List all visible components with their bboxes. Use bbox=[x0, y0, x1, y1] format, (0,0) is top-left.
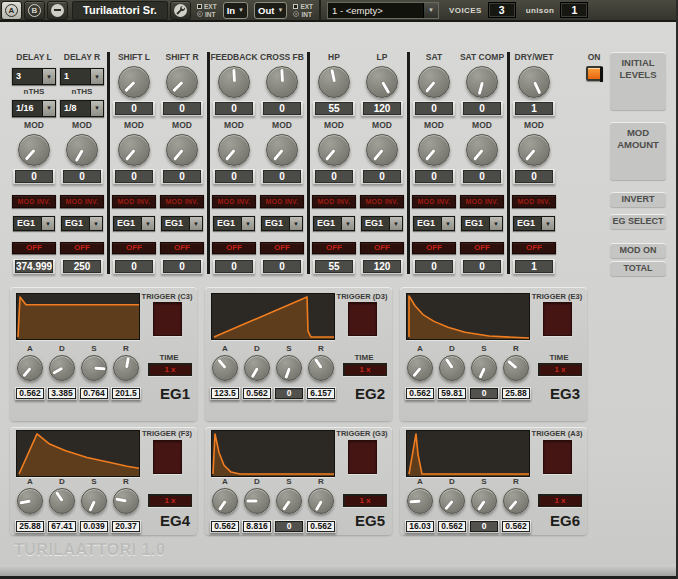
preset-b-button[interactable]: B bbox=[24, 1, 45, 20]
unison-value[interactable]: 1 bbox=[560, 2, 588, 18]
delay-r-mod-on-button[interactable]: OFF bbox=[60, 242, 104, 254]
dry-wet-mod-knob[interactable] bbox=[518, 134, 550, 166]
dry-wet-mod-value[interactable]: 0 bbox=[513, 169, 555, 184]
eg2-sustain-knob[interactable] bbox=[276, 355, 302, 381]
sat-mod-invert-button[interactable]: MOD INV. bbox=[412, 195, 456, 208]
eg2-trigger-pad[interactable] bbox=[348, 302, 377, 336]
eg5-time-display[interactable]: 1 x bbox=[343, 494, 387, 507]
feedback-value[interactable]: 0 bbox=[213, 101, 255, 116]
shift-r-eg-select[interactable]: EG1 ▼ bbox=[161, 216, 203, 231]
hp-knob[interactable] bbox=[318, 66, 350, 98]
eg3-trigger-pad[interactable] bbox=[543, 302, 572, 336]
dry-wet-total-value[interactable]: 1 bbox=[513, 259, 555, 274]
preset-slot-dropdown[interactable]: 1 - <empty> ▼ bbox=[327, 2, 439, 19]
shift-l-mod-knob[interactable] bbox=[118, 134, 150, 166]
delay-l-dropdown[interactable]: 3 ▼ bbox=[12, 68, 56, 85]
shift-l-eg-select[interactable]: EG1 ▼ bbox=[113, 216, 155, 231]
eg1-attack-knob[interactable] bbox=[17, 355, 43, 381]
sat-knob[interactable] bbox=[418, 66, 450, 98]
voices-value[interactable]: 3 bbox=[488, 2, 516, 18]
eg6-decay-value[interactable]: 0.562 bbox=[437, 520, 467, 533]
cross-fb-eg-select[interactable]: EG1 ▼ bbox=[261, 216, 303, 231]
shift-l-mod-on-button[interactable]: OFF bbox=[112, 242, 156, 254]
sat-value[interactable]: 0 bbox=[413, 101, 455, 116]
eg6-decay-knob[interactable] bbox=[439, 488, 465, 514]
delay-r-nths-dropdown[interactable]: 1/8 ▼ bbox=[60, 100, 104, 117]
shift-r-mod-invert-button[interactable]: MOD INV. bbox=[160, 195, 204, 208]
sat-mod-value[interactable]: 0 bbox=[413, 169, 455, 184]
eg5-trigger-pad[interactable] bbox=[348, 440, 377, 474]
eg2-decay-knob[interactable] bbox=[244, 355, 270, 381]
eg4-attack-value[interactable]: 25.88 bbox=[15, 520, 45, 533]
hp-mod-invert-button[interactable]: MOD INV. bbox=[312, 195, 356, 208]
feedback-mod-value[interactable]: 0 bbox=[213, 169, 255, 184]
cross-fb-mod-on-button[interactable]: OFF bbox=[260, 242, 304, 254]
feedback-mod-invert-button[interactable]: MOD INV. bbox=[212, 195, 256, 208]
eg6-release-knob[interactable] bbox=[503, 488, 529, 514]
settings-button[interactable] bbox=[170, 1, 191, 20]
eg1-trigger-pad[interactable] bbox=[153, 302, 182, 336]
eg4-decay-value[interactable]: 67.41 bbox=[47, 520, 77, 533]
cross-fb-total-value[interactable]: 0 bbox=[261, 259, 303, 274]
hp-value[interactable]: 55 bbox=[313, 101, 355, 116]
sat-total-value[interactable]: 0 bbox=[413, 259, 455, 274]
eg4-envelope-graph[interactable] bbox=[16, 430, 140, 477]
eg3-sustain-knob[interactable] bbox=[471, 355, 497, 381]
delay-r-mod-value[interactable]: 0 bbox=[61, 169, 103, 184]
sat-comp-mod-invert-button[interactable]: MOD INV. bbox=[460, 195, 504, 208]
eg2-release-value[interactable]: 6.157 bbox=[306, 387, 336, 400]
cross-fb-value[interactable]: 0 bbox=[261, 101, 303, 116]
shift-r-mod-on-button[interactable]: OFF bbox=[160, 242, 204, 254]
eg1-envelope-graph[interactable] bbox=[16, 293, 140, 340]
eg3-release-value[interactable]: 25.88 bbox=[501, 387, 531, 400]
sat-eg-select[interactable]: EG1 ▼ bbox=[413, 216, 455, 231]
eg4-attack-knob[interactable] bbox=[17, 488, 43, 514]
shift-l-knob[interactable] bbox=[118, 66, 150, 98]
eg1-sustain-knob[interactable] bbox=[81, 355, 107, 381]
feedback-eg-select[interactable]: EG1 ▼ bbox=[213, 216, 255, 231]
delay-r-mod-knob[interactable] bbox=[66, 134, 98, 166]
lp-value[interactable]: 120 bbox=[361, 101, 403, 116]
output-dropdown[interactable]: Out ▼ bbox=[254, 2, 287, 19]
delay-r-eg-select[interactable]: EG1 ▼ bbox=[61, 216, 103, 231]
preset-a-button[interactable]: A bbox=[1, 1, 22, 20]
cross-fb-knob[interactable] bbox=[266, 66, 298, 98]
delay-l-mod-knob[interactable] bbox=[18, 134, 50, 166]
dry-wet-value[interactable]: 1 bbox=[513, 101, 555, 116]
eg2-time-display[interactable]: 1 x bbox=[343, 363, 387, 376]
dry-wet-knob[interactable] bbox=[518, 66, 550, 98]
eg6-time-display[interactable]: 1 x bbox=[538, 494, 582, 507]
eg6-release-value[interactable]: 0.562 bbox=[501, 520, 531, 533]
delay-r-total-value[interactable]: 250 bbox=[61, 259, 103, 274]
cross-fb-mod-value[interactable]: 0 bbox=[261, 169, 303, 184]
sat-comp-knob[interactable] bbox=[466, 66, 498, 98]
eg4-decay-knob[interactable] bbox=[49, 488, 75, 514]
delay-r-mod-invert-button[interactable]: MOD INV. bbox=[60, 195, 104, 208]
lp-mod-invert-button[interactable]: MOD INV. bbox=[360, 195, 404, 208]
shift-r-total-value[interactable]: 0 bbox=[161, 259, 203, 274]
sat-mod-knob[interactable] bbox=[418, 134, 450, 166]
feedback-mod-knob[interactable] bbox=[218, 134, 250, 166]
eg4-release-knob[interactable] bbox=[113, 488, 139, 514]
eg1-decay-knob[interactable] bbox=[49, 355, 75, 381]
shift-r-mod-knob[interactable] bbox=[166, 134, 198, 166]
dry-wet-mod-on-button[interactable]: OFF bbox=[512, 242, 556, 254]
eg3-decay-knob[interactable] bbox=[439, 355, 465, 381]
shift-r-mod-value[interactable]: 0 bbox=[161, 169, 203, 184]
ext-option-2[interactable]: EXT bbox=[293, 3, 313, 10]
delay-l-mod-on-button[interactable]: OFF bbox=[12, 242, 56, 254]
hp-mod-knob[interactable] bbox=[318, 134, 350, 166]
ext-option-1[interactable]: EXT bbox=[197, 3, 217, 10]
sat-comp-value[interactable]: 0 bbox=[461, 101, 503, 116]
eg3-decay-value[interactable]: 59.81 bbox=[437, 387, 467, 400]
eg5-sustain-value[interactable]: 0 bbox=[274, 520, 304, 533]
eg1-attack-value[interactable]: 0.562 bbox=[15, 387, 45, 400]
eg3-time-display[interactable]: 1 x bbox=[538, 363, 582, 376]
hp-eg-select[interactable]: EG1 ▼ bbox=[313, 216, 355, 231]
eg6-envelope-graph[interactable] bbox=[406, 430, 530, 477]
feedback-mod-on-button[interactable]: OFF bbox=[212, 242, 256, 254]
eg4-sustain-value[interactable]: 0.039 bbox=[79, 520, 109, 533]
int-option-1[interactable]: INT bbox=[197, 11, 217, 18]
eg3-attack-knob[interactable] bbox=[407, 355, 433, 381]
eg4-time-display[interactable]: 1 x bbox=[148, 494, 192, 507]
